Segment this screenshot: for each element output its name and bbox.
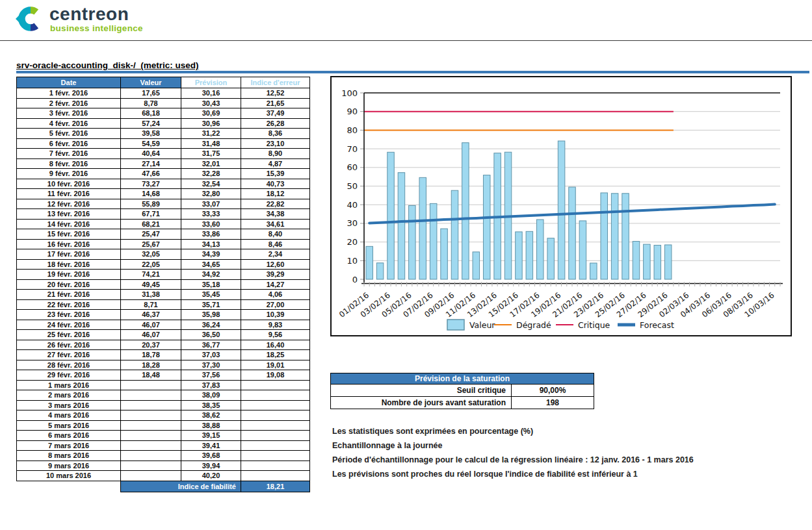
cell-valeur <box>121 461 181 471</box>
cell-date: 25 févr. 2016 <box>17 330 121 340</box>
cell-date: 4 mars 2016 <box>17 410 121 421</box>
svg-text:50: 50 <box>347 181 358 191</box>
table-row: 9 févr. 201647,6632,2815,39 <box>17 169 310 179</box>
table-row: 1 mars 201637,83 <box>17 380 310 390</box>
cell-prevision: 35,45 <box>181 290 241 300</box>
cell-date: 13 févr. 2016 <box>17 209 121 220</box>
cell-indice-erreur <box>241 431 310 441</box>
cell-valeur <box>121 420 181 431</box>
cell-prevision: 30,16 <box>181 88 241 99</box>
reliability-footer-row: Indice de fiabilité 18,21 <box>17 481 310 492</box>
cell-date: 28 févr. 2016 <box>17 360 121 370</box>
table-row: 29 févr. 201618,4837,5619,08 <box>17 370 310 381</box>
cell-valeur <box>121 431 181 441</box>
cell-prevision: 37,56 <box>181 370 241 381</box>
cell-indice-erreur: 10,39 <box>241 310 310 320</box>
cell-date: 29 févr. 2016 <box>17 370 121 381</box>
cell-date: 16 févr. 2016 <box>17 239 121 249</box>
cell-valeur: 18,78 <box>121 350 181 360</box>
cell-date: 3 févr. 2016 <box>17 108 121 119</box>
cell-valeur <box>121 390 181 401</box>
cell-indice-erreur: 19,08 <box>241 370 310 381</box>
cell-indice-erreur: 39,29 <box>241 270 310 280</box>
table-header-row: Date Valeur Prévision Indice d'erreur <box>17 77 310 88</box>
cell-prevision: 35,18 <box>181 279 241 290</box>
svg-text:80: 80 <box>347 125 358 135</box>
cell-prevision: 37,83 <box>181 380 241 390</box>
cell-prevision: 30,96 <box>181 118 241 129</box>
cell-prevision: 33,86 <box>181 229 241 240</box>
cell-date: 15 févr. 2016 <box>17 229 121 240</box>
report-notes: Les statistiques sont exprimées en pourc… <box>332 424 694 481</box>
cell-prevision: 39,68 <box>181 451 241 461</box>
cell-indice-erreur: 18,12 <box>241 189 310 199</box>
cell-valeur <box>121 410 181 421</box>
cell-prevision: 31,22 <box>181 129 241 139</box>
cell-date: 10 févr. 2016 <box>17 179 121 189</box>
saturation-value: 198 <box>512 397 594 409</box>
table-row: 10 mars 201640,20 <box>17 471 310 481</box>
cell-date: 18 févr. 2016 <box>17 259 121 270</box>
table-row: 7 mars 201639,41 <box>17 440 310 451</box>
cell-prevision: 37,30 <box>181 360 241 370</box>
cell-prevision: 34,13 <box>181 239 241 249</box>
saturation-title: Prévision de la saturation <box>331 373 594 385</box>
cell-prevision: 34,92 <box>181 270 241 280</box>
column-header-indice-erreur: Indice d'erreur <box>241 77 310 88</box>
cell-date: 17 févr. 2016 <box>17 249 121 260</box>
cell-valeur: 25,67 <box>121 239 181 249</box>
forecast-chart-canvas: 010203040506070809010001/02/1603/02/1605… <box>332 77 791 335</box>
cell-indice-erreur: 12,52 <box>241 88 310 99</box>
cell-indice-erreur: 8,46 <box>241 239 310 249</box>
cell-indice-erreur <box>241 410 310 421</box>
cell-valeur: 32,05 <box>121 249 181 260</box>
cell-indice-erreur: 2,34 <box>241 249 310 260</box>
table-row: 8 mars 201639,68 <box>17 451 310 461</box>
header-divider <box>0 40 812 41</box>
cell-date: 6 mars 2016 <box>17 431 121 441</box>
legend-label: Critique <box>578 320 610 330</box>
cell-prevision: 37,03 <box>181 350 241 360</box>
cell-prevision: 38,35 <box>181 400 241 410</box>
forecast-data-table: Date Valeur Prévision Indice d'erreur 1 … <box>16 77 310 492</box>
table-row: 5 mars 201638,88 <box>17 420 310 431</box>
cell-date: 8 mars 2016 <box>17 451 121 461</box>
cell-valeur: 57,24 <box>121 118 181 129</box>
cell-date: 10 mars 2016 <box>17 471 121 481</box>
table-row: 20 févr. 201649,4535,1814,27 <box>17 279 310 290</box>
cell-date: 11 févr. 2016 <box>17 189 121 199</box>
cell-prevision: 40,20 <box>181 471 241 481</box>
table-row: 9 mars 201639,94 <box>17 461 310 471</box>
cell-valeur: 47,66 <box>121 169 181 179</box>
cell-indice-erreur: 4,87 <box>241 158 310 169</box>
cell-date: 2 mars 2016 <box>17 390 121 401</box>
cell-indice-erreur <box>241 380 310 390</box>
x-axis-labels: 01/02/1603/02/1605/02/1607/02/1609/02/16… <box>337 290 776 319</box>
cell-date: 1 févr. 2016 <box>17 88 121 99</box>
saturation-label: Nombre de jours avant saturation <box>331 397 512 409</box>
cell-indice-erreur: 16,40 <box>241 340 310 350</box>
cell-prevision: 38,62 <box>181 410 241 421</box>
svg-text:70: 70 <box>347 144 358 154</box>
cell-date: 24 févr. 2016 <box>17 320 121 330</box>
cell-date: 6 févr. 2016 <box>17 138 121 149</box>
note-line: Les prévisions sont proches du réel lors… <box>332 467 694 481</box>
table-row: 7 févr. 201640,6431,758,90 <box>17 149 310 159</box>
cell-prevision: 38,88 <box>181 420 241 431</box>
cell-valeur: 8,78 <box>121 98 181 108</box>
cell-valeur: 67,71 <box>121 209 181 220</box>
table-row: 21 févr. 201631,3835,454,06 <box>17 290 310 300</box>
column-header-date: Date <box>17 77 121 88</box>
table-row: 10 févr. 201673,2732,5440,73 <box>17 179 310 189</box>
cell-indice-erreur: 34,61 <box>241 219 310 229</box>
svg-text:20: 20 <box>347 237 358 247</box>
cell-valeur: 46,07 <box>121 330 181 340</box>
brand-tagline: business intelligence <box>49 23 143 33</box>
cell-prevision: 34,39 <box>181 249 241 260</box>
cell-indice-erreur <box>241 451 310 461</box>
table-row: 23 févr. 201646,3735,9810,39 <box>17 310 310 320</box>
cell-valeur: 46,07 <box>121 320 181 330</box>
cell-date: 23 févr. 2016 <box>17 310 121 320</box>
table-row: 2 févr. 20168,7830,4321,65 <box>17 98 310 108</box>
table-row: 25 févr. 201646,0736,509,56 <box>17 330 310 340</box>
